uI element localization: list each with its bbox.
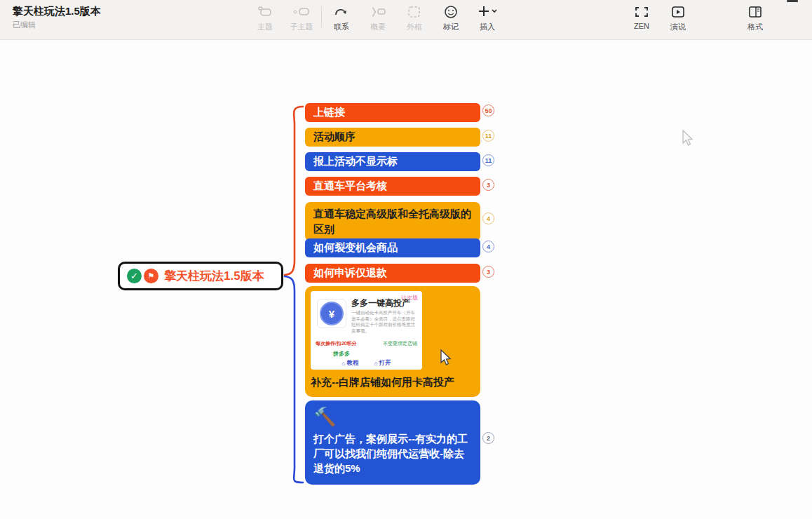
card-cost-note: 每次操作/扣20积分	[316, 340, 357, 347]
tutorial-button[interactable]: ⌂教程	[341, 359, 358, 368]
relationship-button[interactable]: 联系	[323, 4, 360, 32]
count-badge[interactable]: 50	[482, 105, 494, 116]
format-panel-icon	[748, 4, 762, 20]
document-title: 擎天柱玩法1.5版本	[13, 4, 101, 18]
topic-label: 补充--白牌店铺如何用卡高投产	[311, 376, 475, 389]
topic-node-shanglianjie[interactable]: 上链接	[305, 103, 480, 122]
summary-button[interactable]: 概要	[360, 4, 396, 32]
count-badge[interactable]: 3	[482, 179, 494, 191]
app-icon-frame: ¥	[317, 299, 346, 328]
boundary-button[interactable]: 外框	[396, 4, 433, 32]
topic-node-buchong[interactable]: ¥ 多多一键高投产 计次版 一键自动化卡高投产开车（开车老手必看）全类目，适点击…	[305, 286, 480, 397]
mindmap-canvas[interactable]: ✓ ⚑ 擎天柱玩法1.5版本 上链接 活动顺序 报上活动不显示标 直通车平台考核…	[0, 40, 812, 519]
topic-label: 如何裂变机会商品	[313, 241, 398, 255]
ghost-cursor	[682, 130, 696, 148]
topic-label: 上链接	[313, 106, 345, 119]
topic-node-shensu[interactable]: 如何申诉仅退款	[305, 264, 480, 283]
task-done-icon[interactable]: ✓	[127, 269, 142, 283]
marker-smiley-icon	[444, 4, 458, 20]
topic-node-liebian[interactable]: 如何裂变机会商品	[305, 238, 480, 257]
topic-node-zhitongche-qubie[interactable]: 直通车稳定高级版和全托高级版的区别	[305, 202, 480, 241]
topic-node-huodongshunxu[interactable]: 活动顺序	[305, 128, 480, 147]
topic-node-baoshanghuodong[interactable]: 报上活动不显示标	[305, 152, 480, 171]
topic-label: 直通车稳定高级版和全托高级版的区别	[313, 208, 471, 235]
toolbar-separator	[321, 6, 322, 27]
topic-label: 直通车平台考核	[313, 180, 387, 193]
yuan-cycle-icon: ¥	[320, 302, 344, 325]
topic-node-zhitongche-kaohe[interactable]: 直通车平台考核	[305, 177, 480, 196]
window-handle-dash	[787, 0, 798, 2]
insert-plus-icon	[477, 4, 498, 20]
zen-mode-button[interactable]: ZEN	[623, 4, 660, 30]
play-icon	[671, 4, 685, 20]
card-brand: 拼多多	[333, 350, 350, 358]
topic-icon	[257, 4, 273, 20]
count-badge[interactable]: 2	[482, 432, 494, 444]
count-badge[interactable]: 11	[482, 154, 494, 166]
document-status: 已编辑	[13, 20, 101, 30]
subtopic-icon	[292, 4, 311, 20]
central-topic-node[interactable]: ✓ ⚑ 擎天柱玩法1.5版本	[118, 262, 283, 290]
flag-icon[interactable]: ⚑	[144, 269, 158, 283]
topic-label: 打个广告，案例展示--有实力的工厂可以找我们纯佣代运营收-除去退货的5%	[313, 431, 472, 476]
topic-button[interactable]: 主题	[247, 4, 283, 32]
embedded-screenshot[interactable]: ¥ 多多一键高投产 计次版 一键自动化卡高投产开车（开车老手必看）全类目，适点击…	[311, 291, 422, 370]
summary-icon	[370, 4, 386, 20]
card-version-tag: 计次版	[401, 294, 418, 302]
topic-node-guanggao[interactable]: 🔨 打个广告，案例展示--有实力的工厂可以找我们纯佣代运营收-除去退货的5%	[305, 400, 480, 485]
marker-button[interactable]: 标记	[433, 4, 469, 32]
card-description: 一键自动化卡高投产开车（开车老手必看）全类目，适点击跟程轻松搞定十个跟程前价格维…	[351, 310, 418, 334]
topic-label: 如何申诉仅退款	[313, 267, 387, 280]
count-badge[interactable]: 11	[482, 130, 494, 142]
count-badge[interactable]: 3	[482, 266, 494, 278]
present-button[interactable]: 演说	[660, 4, 696, 32]
central-topic-label: 擎天柱玩法1.5版本	[164, 268, 264, 284]
topic-label: 活动顺序	[313, 130, 356, 144]
zen-brackets-icon	[634, 4, 649, 20]
count-badge[interactable]: 4	[482, 213, 494, 224]
relationship-icon	[334, 4, 349, 20]
document-meta: 擎天柱玩法1.5版本 已编辑	[13, 4, 101, 30]
count-badge[interactable]: 4	[482, 241, 494, 252]
top-toolbar: 擎天柱玩法1.5版本 已编辑 主题 子主题 联系 概要	[0, 0, 812, 40]
topic-label: 报上活动不显示标	[313, 155, 398, 168]
card-bind-note: 不变更绑定店铺	[383, 340, 417, 347]
open-button[interactable]: ⌂打开	[374, 359, 391, 368]
format-button[interactable]: 格式	[737, 4, 773, 32]
house-icon: ⌂	[341, 360, 345, 367]
house-icon: ⌂	[374, 360, 378, 367]
gavel-emoji-icon: 🔨	[313, 406, 472, 427]
boundary-icon	[407, 4, 421, 20]
subtopic-button[interactable]: 子主题	[283, 4, 320, 32]
insert-button[interactable]: 插入	[469, 4, 506, 32]
